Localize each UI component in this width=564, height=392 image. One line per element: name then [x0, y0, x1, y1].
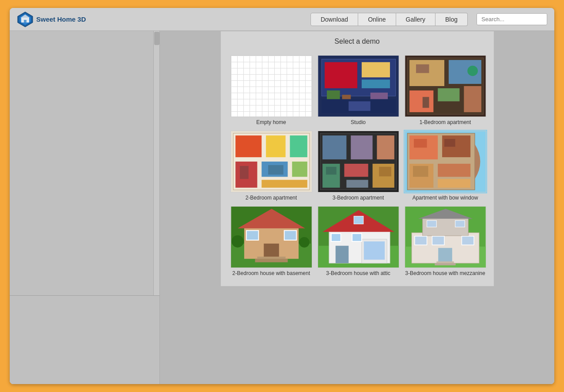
browser-window: Sweet Home 3D Download Online Gallery Bl…: [10, 8, 554, 384]
demo-panel-title: Select a demo: [221, 31, 494, 50]
svg-rect-65: [255, 259, 288, 262]
demo-label-empty-home: Empty home: [256, 119, 286, 125]
thumb-studio-svg: [318, 56, 399, 117]
svg-rect-45: [326, 167, 337, 175]
sidebar-scrollbar[interactable]: [153, 31, 159, 295]
svg-rect-21: [464, 86, 481, 112]
demo-item-1bedroom[interactable]: 1-Bedroom apartment: [402, 53, 489, 128]
scrollbar-thumb: [154, 32, 159, 45]
demo-label-house-basement: 2-Bedroom house with basement: [232, 270, 310, 276]
thumb-house-basement-svg: [231, 207, 312, 268]
svg-rect-54: [414, 139, 427, 148]
svg-rect-38: [322, 136, 346, 159]
svg-rect-29: [290, 136, 307, 157]
sidebar: [10, 31, 160, 384]
demo-label-house-attic: 3-Bedroom house with attic: [326, 270, 390, 276]
demo-item-bow-window[interactable]: Apartment with bow window: [402, 128, 489, 204]
right-content: Select a demo Empty home: [160, 31, 554, 384]
svg-rect-52: [438, 164, 470, 177]
logo-icon: [17, 11, 34, 28]
svg-rect-8: [361, 62, 390, 77]
svg-rect-44: [346, 180, 368, 188]
svg-rect-17: [409, 60, 444, 86]
search-input[interactable]: [477, 13, 547, 25]
svg-rect-53: [438, 179, 470, 188]
nav-link-online[interactable]: Online: [358, 13, 396, 26]
svg-rect-46: [379, 167, 391, 177]
thumb-house-mezzanine-svg: [405, 207, 486, 268]
demo-item-3bedroom[interactable]: 3-Bedroom apartment: [315, 128, 402, 204]
thumb-house-attic-svg: [318, 207, 399, 268]
demo-grid: Empty home: [221, 50, 494, 286]
main-area: Select a demo Empty home: [10, 31, 554, 384]
demo-label-bow-window: Apartment with bow window: [413, 195, 478, 201]
sidebar-bottom: [10, 296, 159, 384]
sidebar-top: [10, 31, 159, 296]
demo-item-studio[interactable]: Studio: [315, 53, 402, 128]
svg-rect-84: [432, 236, 444, 245]
svg-rect-9: [361, 79, 390, 88]
svg-rect-56: [413, 166, 428, 177]
svg-rect-87: [455, 221, 465, 227]
demo-label-2bedroom: 2-Bedroom apartment: [246, 195, 297, 201]
demo-panel: Select a demo Empty home: [220, 31, 494, 286]
demo-item-house-basement[interactable]: 2-Bedroom house with basement: [228, 204, 315, 279]
svg-point-66: [231, 235, 244, 248]
svg-rect-88: [438, 248, 452, 263]
svg-rect-62: [246, 230, 258, 240]
demo-item-house-attic[interactable]: 3-Bedroom house with attic: [315, 204, 402, 279]
demo-thumb-empty-home: [231, 55, 312, 117]
svg-rect-33: [261, 180, 307, 188]
demo-thumb-3bedroom: [318, 131, 399, 192]
demo-label-studio: Studio: [351, 119, 366, 125]
demo-label-3bedroom: 3-Bedroom apartment: [333, 195, 384, 201]
demo-label-1bedroom: 1-Bedroom apartment: [420, 119, 471, 125]
svg-rect-7: [325, 62, 357, 88]
svg-rect-63: [284, 230, 296, 240]
logo-area: Sweet Home 3D: [17, 11, 86, 28]
svg-rect-22: [416, 64, 429, 73]
nav-link-blog[interactable]: Blog: [435, 13, 468, 26]
svg-rect-75: [331, 234, 341, 241]
demo-thumb-house-attic: [318, 206, 399, 268]
demo-item-house-mezzanine[interactable]: 3-Bedroom house with mezzanine: [402, 204, 489, 279]
nav-links: Download Online Gallery Blog: [310, 13, 477, 26]
nav-link-download[interactable]: Download: [310, 13, 358, 26]
svg-rect-24: [422, 97, 429, 108]
demo-label-house-mezzanine: 3-Bedroom house with mezzanine: [405, 270, 485, 276]
svg-rect-77: [354, 216, 363, 224]
demo-thumb-house-mezzanine: [405, 206, 486, 268]
thumb-1bedroom-svg: [405, 56, 486, 117]
demo-thumb-1bedroom: [405, 55, 486, 117]
svg-rect-74: [335, 246, 348, 263]
svg-rect-20: [438, 88, 459, 102]
svg-rect-55: [444, 139, 455, 147]
demo-thumb-bow-window: [405, 131, 486, 192]
svg-rect-83: [415, 236, 427, 245]
svg-rect-27: [235, 136, 261, 157]
svg-rect-90: [435, 263, 455, 265]
thumb-2bedroom-svg: [231, 131, 312, 192]
svg-rect-39: [351, 136, 372, 159]
svg-rect-34: [240, 166, 249, 179]
thumb-3bedroom-svg: [318, 131, 399, 192]
nav-link-gallery[interactable]: Gallery: [396, 13, 435, 26]
svg-rect-28: [266, 136, 285, 157]
svg-rect-76: [352, 234, 362, 241]
demo-thumb-house-basement: [231, 206, 312, 268]
svg-rect-4: [24, 20, 26, 23]
svg-rect-14: [348, 102, 370, 111]
demo-thumb-studio: [318, 55, 399, 117]
svg-rect-61: [264, 244, 279, 259]
svg-rect-86: [427, 221, 436, 227]
svg-rect-35: [268, 165, 284, 175]
demo-item-empty-home[interactable]: Empty home: [228, 53, 315, 128]
svg-rect-73: [363, 241, 384, 260]
logo-text: Sweet Home 3D: [36, 15, 86, 23]
demo-item-2bedroom[interactable]: 2-Bedroom apartment: [228, 128, 315, 204]
thumb-empty: [231, 56, 312, 117]
demo-thumb-2bedroom: [231, 131, 312, 192]
svg-rect-19: [409, 90, 433, 112]
nav-bar: Sweet Home 3D Download Online Gallery Bl…: [10, 8, 554, 31]
svg-point-67: [299, 237, 310, 248]
